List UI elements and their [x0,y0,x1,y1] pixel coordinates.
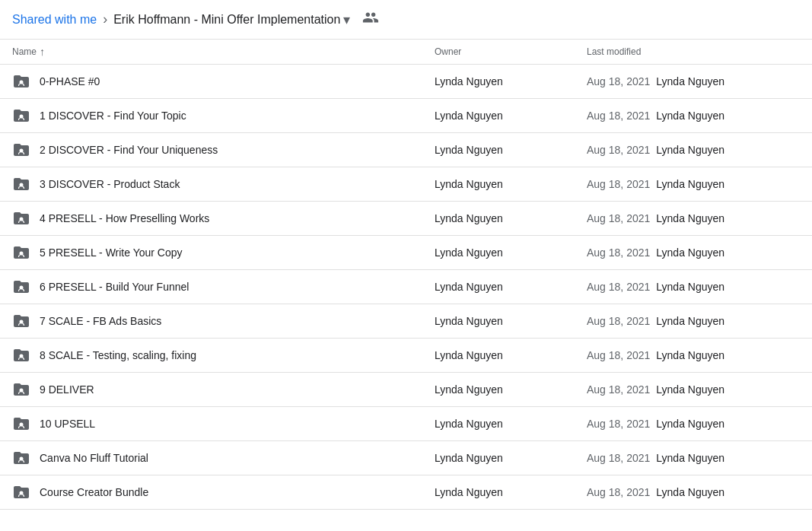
row-name-col: 1 DISCOVER - Find Your Topic [12,107,435,125]
shared-folder-icon [12,415,30,433]
row-modified: Aug 18, 2021 Lynda Nguyen [587,315,800,327]
row-owner: Lynda Nguyen [435,315,587,327]
row-name-col: Course Creator Bundle [12,483,435,501]
table-row[interactable]: 7 SCALE - FB Ads Basics Lynda Nguyen Aug… [0,304,812,339]
owner-column-header: Owner [435,46,587,57]
row-modified: Aug 18, 2021 Lynda Nguyen [587,486,800,498]
table-row[interactable]: 3 DISCOVER - Product Stack Lynda Nguyen … [0,167,812,202]
row-modified: Aug 18, 2021 Lynda Nguyen [587,178,800,190]
table-row[interactable]: 4 PRESELL - How Preselling Works Lynda N… [0,202,812,236]
shared-folder-icon [12,312,30,330]
row-owner: Lynda Nguyen [435,246,587,259]
row-file-name: 5 PRESELL - Write Your Copy [40,246,183,259]
row-modified: Aug 18, 2021 Lynda Nguyen [587,452,800,464]
row-modifier-name: Lynda Nguyen [656,418,724,430]
breadcrumb-bar: Shared with me › Erik Hoffmann - Mini Of… [0,0,812,40]
table-row[interactable]: 1 DISCOVER - Find Your Topic Lynda Nguye… [0,99,812,133]
row-name-col: 8 SCALE - Testing, scaling, fixing [12,346,435,364]
row-modifier-name: Lynda Nguyen [656,178,724,190]
row-modified-date: Aug 18, 2021 [587,110,650,122]
shared-folder-icon [12,175,30,193]
table-rows-container: 0-PHASE #0 Lynda Nguyen Aug 18, 2021 Lyn… [0,65,812,510]
row-modifier-name: Lynda Nguyen [656,349,724,361]
table-row[interactable]: 5 PRESELL - Write Your Copy Lynda Nguyen… [0,236,812,270]
row-modified: Aug 18, 2021 Lynda Nguyen [587,212,800,224]
name-column-header: Name ↑ [12,46,435,58]
row-owner: Lynda Nguyen [435,110,587,122]
shared-folder-icon [12,346,30,364]
row-file-name: 2 DISCOVER - Find Your Uniqueness [40,144,218,156]
row-name-col: 0-PHASE #0 [12,72,435,91]
row-modifier-name: Lynda Nguyen [656,486,724,498]
shared-folder-icon [12,209,30,227]
current-folder-name: Erik Hoffmann - Mini Offer Implementatio… [113,13,340,27]
shared-folder-icon [12,72,30,91]
shared-folder-icon [12,483,30,501]
row-name-col: 3 DISCOVER - Product Stack [12,175,435,193]
row-name-col: 6 PRESELL - Build Your Funnel [12,278,435,296]
row-modifier-name: Lynda Nguyen [656,383,724,396]
row-modified-date: Aug 18, 2021 [587,418,650,430]
row-file-name: Course Creator Bundle [40,486,148,498]
row-modified-date: Aug 18, 2021 [587,144,650,156]
row-file-name: 0-PHASE #0 [40,75,100,87]
table-row[interactable]: 2 DISCOVER - Find Your Uniqueness Lynda … [0,133,812,167]
row-file-name: 4 PRESELL - How Preselling Works [40,212,209,224]
table-row[interactable]: Canva No Fluff Tutorial Lynda Nguyen Aug… [0,441,812,475]
row-modified: Aug 18, 2021 Lynda Nguyen [587,418,800,430]
row-modified: Aug 18, 2021 Lynda Nguyen [587,349,800,361]
row-modifier-name: Lynda Nguyen [656,110,724,122]
shared-folder-icon [12,380,30,399]
dropdown-arrow-icon[interactable]: ▾ [343,11,350,28]
row-modified-date: Aug 18, 2021 [587,212,650,224]
row-modified: Aug 18, 2021 Lynda Nguyen [587,110,800,122]
row-modified-date: Aug 18, 2021 [587,486,650,498]
shared-folder-icon [12,449,30,467]
row-file-name: 6 PRESELL - Build Your Funnel [40,281,189,293]
row-name-col: 9 DELIVER [12,380,435,399]
row-name-col: 2 DISCOVER - Find Your Uniqueness [12,141,435,159]
shared-folder-icon [12,107,30,125]
row-modified-date: Aug 18, 2021 [587,178,650,190]
table-row[interactable]: Course Creator Bundle Lynda Nguyen Aug 1… [0,475,812,510]
people-icon[interactable] [362,9,379,30]
row-name-col: 5 PRESELL - Write Your Copy [12,243,435,262]
row-modified-date: Aug 18, 2021 [587,452,650,464]
row-file-name: 10 UPSELL [40,418,95,430]
row-file-name: 3 DISCOVER - Product Stack [40,178,180,190]
row-file-name: Canva No Fluff Tutorial [40,452,148,464]
row-name-col: 10 UPSELL [12,415,435,433]
table-row[interactable]: 9 DELIVER Lynda Nguyen Aug 18, 2021 Lynd… [0,373,812,407]
row-file-name: 8 SCALE - Testing, scaling, fixing [40,349,196,361]
table-row[interactable]: 0-PHASE #0 Lynda Nguyen Aug 18, 2021 Lyn… [0,65,812,99]
row-modifier-name: Lynda Nguyen [656,75,724,87]
table-row[interactable]: 6 PRESELL - Build Your Funnel Lynda Nguy… [0,270,812,304]
modified-column-header: Last modified [587,46,800,57]
current-folder-breadcrumb: Erik Hoffmann - Mini Offer Implementatio… [113,11,350,28]
modified-header-label: Last modified [587,46,641,57]
row-modifier-name: Lynda Nguyen [656,246,724,259]
row-owner: Lynda Nguyen [435,452,587,464]
shared-with-me-link[interactable]: Shared with me [12,13,97,27]
row-modified: Aug 18, 2021 Lynda Nguyen [587,75,800,87]
table-row[interactable]: 10 UPSELL Lynda Nguyen Aug 18, 2021 Lynd… [0,407,812,441]
row-name-col: 7 SCALE - FB Ads Basics [12,312,435,330]
row-modifier-name: Lynda Nguyen [656,144,724,156]
row-owner: Lynda Nguyen [435,75,587,87]
row-owner: Lynda Nguyen [435,486,587,498]
row-owner: Lynda Nguyen [435,144,587,156]
shared-folder-icon [12,243,30,262]
table-header-row: Name ↑ Owner Last modified [0,40,812,65]
row-owner: Lynda Nguyen [435,349,587,361]
row-modifier-name: Lynda Nguyen [656,452,724,464]
shared-folder-icon [12,278,30,296]
row-modified: Aug 18, 2021 Lynda Nguyen [587,383,800,396]
row-modified: Aug 18, 2021 Lynda Nguyen [587,281,800,293]
row-owner: Lynda Nguyen [435,418,587,430]
row-owner: Lynda Nguyen [435,281,587,293]
sort-icon: ↑ [40,46,45,58]
row-modified-date: Aug 18, 2021 [587,75,650,87]
owner-header-label: Owner [435,46,461,57]
shared-folder-icon [12,141,30,159]
table-row[interactable]: 8 SCALE - Testing, scaling, fixing Lynda… [0,339,812,373]
